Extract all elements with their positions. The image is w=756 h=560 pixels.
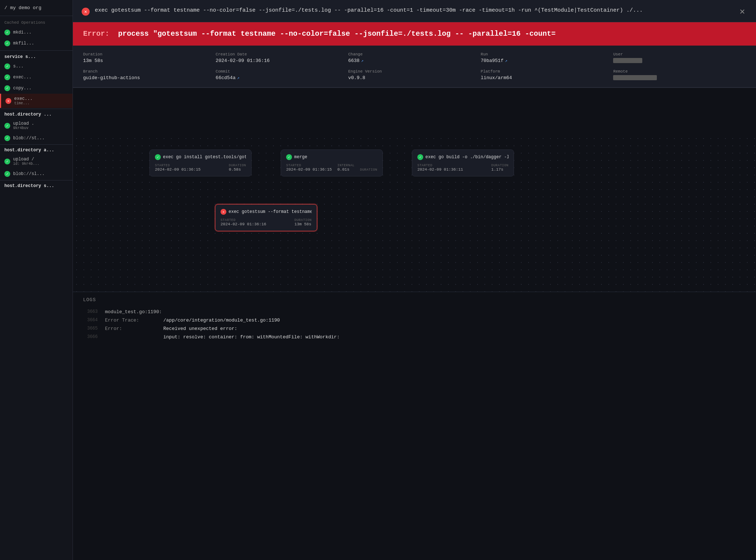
host-directory-2-label: host.directory a... xyxy=(0,144,73,154)
node-error-icon: ✕ xyxy=(221,209,226,215)
success-icon: ✓ xyxy=(4,171,10,177)
node-meta-row: STARTED 2024-02-09 01:36:15 INTERNAL 0.0… xyxy=(286,164,377,172)
sidebar-item-sublabel: id: 9kr4b... xyxy=(13,162,39,166)
node-merge[interactable]: ✓ merge STARTED 2024-02-09 01:36:15 INTE… xyxy=(281,149,383,176)
canvas-area: ✓ exec go install gotest.tools/gotestsum… xyxy=(73,135,756,292)
modal-close-button[interactable]: ✕ xyxy=(737,7,747,17)
sidebar-item-label: blob://sl... xyxy=(13,171,44,176)
meta-run-label: Run xyxy=(481,52,613,57)
sidebar-item-blob2[interactable]: ✓ blob://sl... xyxy=(0,168,73,179)
logs-header: LOGS xyxy=(73,292,756,308)
log-num: 3664 xyxy=(83,318,98,323)
meta-remote: Remote xyxy=(613,69,746,81)
log-line-3664: 3664 Error Trace: /app/core/integration/… xyxy=(73,316,756,324)
log-num: 3665 xyxy=(83,326,98,331)
meta-user: User xyxy=(613,52,746,63)
node-duration: DURATION 1.17s xyxy=(491,164,508,172)
commit-ext-link[interactable]: ↗ xyxy=(237,75,239,80)
meta-branch: Branch guide-github-actions xyxy=(83,69,216,81)
meta-user-label: User xyxy=(613,52,746,57)
modal-error-icon: ✕ xyxy=(82,8,90,16)
node-started: STARTED 2024-02-09 01:36:11 xyxy=(417,164,463,172)
meta-remote-label: Remote xyxy=(613,69,746,74)
meta-branch-label: Branch xyxy=(83,69,216,74)
meta-platform-label: Platform xyxy=(481,69,613,74)
meta-commit-label: Commit xyxy=(216,69,348,74)
service-group-label: service s... xyxy=(0,50,73,61)
sidebar-item-s[interactable]: ✓ s... xyxy=(0,61,73,72)
log-num: 3666 xyxy=(83,334,98,339)
meta-commit: Commit 66cd54a ↗ xyxy=(216,69,348,81)
node-meta-row: STARTED 2024-02-09 01:36:16 DURATION 13m… xyxy=(221,218,312,226)
meta-platform-value: linux/arm64 xyxy=(481,75,613,81)
modal-command-text: exec gotestsum --format testname --no-co… xyxy=(95,7,732,15)
node-exec-go-install[interactable]: ✓ exec go install gotest.tools/gotestsum… xyxy=(149,149,252,176)
node-meta-row: STARTED 2024-02-09 01:36:11 DURATION 1.1… xyxy=(417,164,508,172)
sidebar-item-mkdir[interactable]: ✓ mkdi... xyxy=(0,27,73,38)
meta-duration: Duration 13m 58s xyxy=(83,52,216,63)
meta-engine-version: Engine Version v0.9.8 xyxy=(348,69,481,81)
node-title: ✓ exec go build -o ./bin/dagger -ldflags… xyxy=(417,154,508,160)
meta-engine-version-label: Engine Version xyxy=(348,69,481,74)
sidebar-item-mkfile[interactable]: ✓ mkfil... xyxy=(0,38,73,49)
meta-remote-value[interactable] xyxy=(613,75,657,80)
log-key: Error Trace: xyxy=(105,318,149,323)
meta-run-value[interactable]: 70ba951f ↗ xyxy=(481,58,613,63)
meta-commit-value[interactable]: 66cd54a ↗ xyxy=(216,75,348,81)
sidebar-item-upload1[interactable]: ✓ upload . 9kr4buv xyxy=(0,118,73,133)
sidebar: / my demo org Cached Operations ✓ mkdi..… xyxy=(0,0,73,560)
breadcrumb-org[interactable]: my demo org xyxy=(10,5,42,11)
node-title: ✓ exec go install gotest.tools/gotestsum… xyxy=(155,154,246,160)
sidebar-item-sublabel: 9kr4buv xyxy=(13,126,34,130)
node-success-icon: ✓ xyxy=(286,154,292,160)
sidebar-item-label: s... xyxy=(13,64,24,69)
meta-branch-value: guide-github-actions xyxy=(83,75,216,81)
log-line-3666: 3666 input: resolve: container: from: wi… xyxy=(73,333,756,341)
sidebar-item-blob1[interactable]: ✓ blob://st... xyxy=(0,133,73,144)
success-icon: ✓ xyxy=(4,159,10,164)
sidebar-item-label: copy... xyxy=(13,86,31,91)
sidebar-item-exec1[interactable]: ✓ exec... xyxy=(0,72,73,83)
sidebar-item-upload2[interactable]: ✓ upload / id: 9kr4b... xyxy=(0,154,73,168)
success-icon: ✓ xyxy=(4,30,10,35)
meta-creation-date-value: 2024-02-09 01:36:16 xyxy=(216,58,348,63)
meta-user-value xyxy=(613,58,642,63)
log-line-3663: 3663 module_test.go:1190: xyxy=(73,308,756,316)
log-key xyxy=(105,334,149,340)
log-value: input: resolve: container: from: withMou… xyxy=(163,334,340,340)
success-icon: ✓ xyxy=(4,135,10,141)
sidebar-item-label: upload / xyxy=(13,157,39,162)
log-content: Error Trace: /app/core/integration/modul… xyxy=(105,318,280,323)
logs-section: LOGS 3663 module_test.go:1190: 3664 Erro… xyxy=(73,292,756,341)
log-num: 3663 xyxy=(83,309,98,314)
meta-change-label: Change xyxy=(348,52,481,57)
sidebar-item-label: upload . xyxy=(13,121,34,126)
meta-engine-version-value: v0.9.8 xyxy=(348,75,481,81)
meta-change: Change 6638 ↗ xyxy=(348,52,481,63)
modal-header: ✕ exec gotestsum --format testname --no-… xyxy=(73,0,756,22)
error-text: process "gotestsum --format testname --n… xyxy=(118,30,556,38)
node-started: STARTED 2024-02-09 01:36:16 xyxy=(221,218,266,226)
node-success-icon: ✓ xyxy=(155,154,161,160)
detail-modal: ✕ exec gotestsum --format testname --no-… xyxy=(73,0,756,88)
run-ext-link[interactable]: ↗ xyxy=(505,58,507,63)
host-directory-3-label: host.directory s... xyxy=(0,180,73,190)
success-icon: ✓ xyxy=(4,74,10,80)
log-value: Received unexpected error: xyxy=(163,326,237,331)
meta-creation-date: Creation Date 2024-02-09 01:36:16 xyxy=(216,52,348,63)
node-exec-gotestsum-error[interactable]: ✕ exec gotestsum --format testname --no-… xyxy=(215,204,317,231)
meta-creation-date-label: Creation Date xyxy=(216,52,348,57)
breadcrumb: / my demo org xyxy=(0,0,73,16)
sidebar-item-label: exec... xyxy=(13,75,31,80)
success-icon: ✓ xyxy=(4,85,10,91)
sidebar-item-copy[interactable]: ✓ copy... xyxy=(0,83,73,94)
log-value: /app/core/integration/module_test.go:119… xyxy=(163,318,280,323)
log-key: Error: xyxy=(105,326,149,331)
node-exec-go-build[interactable]: ✓ exec go build -o ./bin/dagger -ldflags… xyxy=(412,149,514,176)
sidebar-item-label: mkdi... xyxy=(13,30,31,35)
sidebar-item-exec-error[interactable]: ✕ exec... time... xyxy=(0,94,73,108)
host-directory-1-label: host.directory ... xyxy=(0,109,73,118)
meta-change-value[interactable]: 6638 ↗ xyxy=(348,58,481,63)
cached-operations-label: Cached Operations xyxy=(0,16,73,27)
change-ext-link[interactable]: ↗ xyxy=(361,58,363,63)
